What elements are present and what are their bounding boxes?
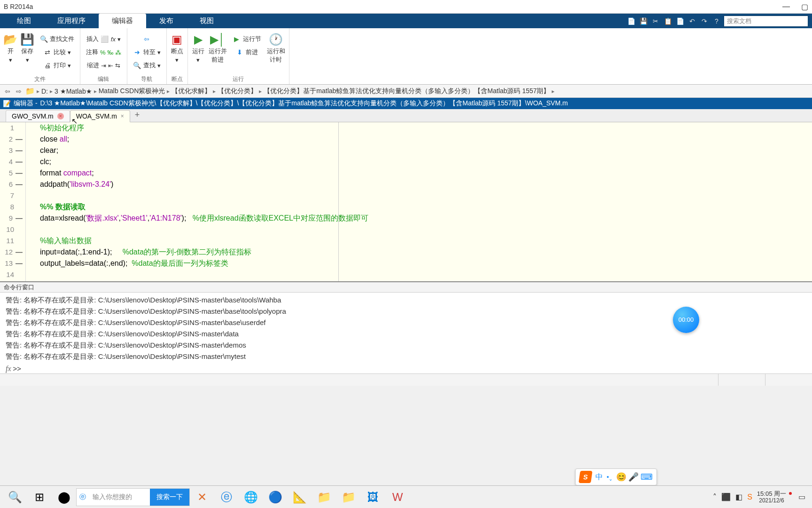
wps-icon[interactable]: W	[385, 487, 410, 507]
maximize-button[interactable]: ▢	[801, 2, 808, 11]
save-button[interactable]: 💾 保存▾	[21, 30, 34, 64]
notifications-icon[interactable]: ▭	[798, 492, 805, 501]
run-button[interactable]: ▶ 运行▾	[192, 30, 205, 64]
comment-button[interactable]: 注释 % ‰ ⁂	[84, 46, 123, 58]
taskbar-search-button[interactable]: 搜索一下	[150, 489, 189, 506]
photos-icon[interactable]: 🖼	[361, 487, 385, 507]
edge-icon[interactable]: ⓔ	[214, 487, 239, 507]
editor-file-path: D:\3 ★Matlab★\Matalb CSDN紫极神光\【优化求解】\【优化…	[40, 99, 568, 108]
qa-undo-icon[interactable]: ↶	[687, 16, 697, 26]
window-title: B R2014a	[4, 3, 782, 10]
run-time-icon: 🕐	[269, 33, 282, 46]
search-docs-input[interactable]: 搜索文档	[724, 16, 808, 27]
add-tab-button[interactable]: +	[130, 108, 145, 122]
goto-menu-button[interactable]: ➜转至 ▾	[131, 46, 163, 58]
cortana-icon[interactable]: 🔵	[263, 487, 288, 507]
group-nav-label: 导航	[131, 74, 163, 84]
tab-publish[interactable]: 发布	[146, 14, 187, 28]
open-button[interactable]: 📂 开▾	[4, 30, 17, 64]
keyboard-icon[interactable]: ⌨	[640, 472, 653, 482]
obs-icon[interactable]: ⬤	[52, 487, 76, 507]
insert-button[interactable]: 插入 ⬜ fx ▾	[85, 33, 123, 45]
find-button[interactable]: 🔍查找 ▾	[131, 59, 163, 71]
print-icon: 🖨	[43, 61, 52, 70]
run-time-button[interactable]: 🕐 运行和 计时	[267, 30, 285, 64]
fx-icon[interactable]: fx	[6, 363, 11, 373]
qa-cut-icon[interactable]: ✂	[650, 16, 661, 26]
sogou-tray-icon[interactable]: S	[747, 493, 752, 501]
find-files-button[interactable]: 🔍查找文件	[38, 33, 76, 45]
app-icon[interactable]: ✕	[190, 487, 214, 507]
task-view-icon[interactable]: ⊞	[27, 487, 52, 507]
sogou-icon: S	[578, 471, 593, 483]
tab-editor[interactable]: 编辑器	[99, 14, 146, 28]
taskbar-search[interactable]: ⓔ 输入你想搜的 搜索一下	[76, 488, 190, 506]
qa-new-icon[interactable]: 📄	[626, 16, 636, 26]
quick-access: 📄 💾 ✂ 📋 📄 ↶ ↷ ? 搜索文档	[626, 14, 812, 28]
open-icon: 📂	[4, 33, 17, 46]
run-section-button[interactable]: ▶运行节	[231, 33, 263, 45]
ime-popup[interactable]: S 中 •ˬ 😊 🎤 ⌨	[575, 468, 657, 485]
cmd-output-line: 警告: 名称不存在或不是目录: C:\Users\lenovo\Desktop\…	[6, 351, 806, 362]
compare-button[interactable]: ⇄比较 ▾	[41, 46, 73, 58]
breakpoint-icon: ▣	[171, 33, 184, 46]
taskbar: 🔍 ⊞ ⬤ ⓔ 输入你想搜的 搜索一下 ✕ ⓔ 🌐 🔵 📐 📁 📁 🖼 W ˄ …	[0, 485, 812, 508]
tab-apps[interactable]: 应用程序	[44, 14, 99, 28]
tab-plot[interactable]: 绘图	[4, 14, 44, 28]
qa-copy-icon[interactable]: 📋	[663, 16, 673, 26]
file-tab-1[interactable]: GWO_SVM.m ×	[6, 110, 70, 122]
ribbon-body: 📂 开▾ 💾 保存▾ 🔍查找文件 ⇄比较 ▾ 🖨打印 ▾ 文件 插入 ⬜ fx …	[0, 28, 812, 85]
explorer-icon[interactable]: 📁	[312, 487, 336, 507]
qa-save-icon[interactable]: 💾	[638, 16, 648, 26]
group-edit-label: 编辑	[84, 74, 123, 84]
command-window-title: 命令行窗口	[0, 282, 812, 293]
command-window[interactable]: 警告: 名称不存在或不是目录: C:\Users\lenovo\Desktop\…	[0, 293, 812, 373]
qa-help-icon[interactable]: ?	[711, 16, 722, 26]
search-icon[interactable]: 🔍	[3, 487, 27, 507]
print-button[interactable]: 🖨打印 ▾	[41, 59, 73, 71]
timer-bubble[interactable]: 00:00	[673, 307, 699, 333]
qa-paste-icon[interactable]: 📄	[675, 16, 685, 26]
editor-titlebar: 📝 编辑器 - D:\3 ★Matlab★\Matalb CSDN紫极神光\【优…	[0, 98, 812, 109]
system-tray: ˄ ⬛ ◧ S 15:05 周一 2021/12/6 ▭	[713, 490, 809, 504]
find-files-icon: 🔍	[39, 35, 48, 43]
emoji-icon[interactable]: 😊	[616, 472, 626, 482]
tray-app-icon[interactable]: ◧	[735, 492, 742, 501]
close-tab-icon[interactable]: ×	[121, 113, 124, 119]
browser-icon[interactable]: 🌐	[239, 487, 263, 507]
mic-icon[interactable]: 🎤	[628, 472, 639, 482]
ribbon-tab-strip: 绘图 应用程序 编辑器 发布 视图 📄 💾 ✂ 📋 📄 ↶ ↷ ? 搜索文档	[0, 14, 812, 28]
tray-clock[interactable]: 15:05 周一 2021/12/6	[757, 490, 786, 504]
run-icon: ▶	[192, 33, 205, 46]
run-advance-button[interactable]: ▶│ 运行并 前进	[209, 30, 227, 64]
tray-up-icon[interactable]: ˄	[713, 492, 717, 501]
window-titlebar: B R2014a — ▢	[0, 0, 812, 14]
cmd-prompt: >>	[13, 363, 22, 373]
fwd-button[interactable]: ⇨	[14, 87, 23, 96]
indent-button[interactable]: 缩进 ⇥ ⇤ ⇆	[85, 59, 122, 71]
editor-icon: 📝	[3, 100, 11, 107]
tab-view[interactable]: 视图	[187, 14, 227, 28]
code-body[interactable]: %初始化程序 close all; clear; clc; format com…	[26, 122, 812, 281]
minimize-button[interactable]: —	[782, 2, 790, 11]
close-tab-icon[interactable]: ×	[57, 113, 64, 119]
save-icon: 💾	[21, 33, 34, 46]
breakpoints-button[interactable]: ▣ 断点▾	[171, 30, 184, 64]
folder-icon[interactable]: 📁	[25, 87, 35, 95]
cmd-output-line: 警告: 名称不存在或不是目录: C:\Users\lenovo\Desktop\…	[6, 294, 806, 306]
matlab-icon[interactable]: 📐	[288, 487, 312, 507]
line-numbers: 1 2— 3— 4— 5— 6— 7 8 9— 10 11 12— 13— 14	[0, 122, 26, 281]
code-editor[interactable]: 1 2— 3— 4— 5— 6— 7 8 9— 10 11 12— 13— 14…	[0, 122, 812, 282]
group-run-label: 运行	[192, 74, 285, 84]
back-button[interactable]: ⇦	[3, 87, 12, 96]
breadcrumb: ⇦ ⇨ 📁 ▸ D:▸ 3 ★Matlab★▸ Matalb CSDN紫极神光▸…	[0, 85, 812, 98]
file-tab-2[interactable]: WOA_SVM.m ×	[70, 110, 130, 122]
tray-app-icon[interactable]: ⬛	[721, 492, 731, 501]
explorer-icon-2[interactable]: 📁	[336, 487, 361, 507]
advance-button[interactable]: ⬇前进	[234, 46, 260, 58]
goto-button[interactable]: ⇦	[141, 33, 153, 45]
file-tabs: GWO_SVM.m × WOA_SVM.m × +	[0, 109, 812, 122]
group-file-label: 文件	[4, 74, 76, 84]
qa-redo-icon[interactable]: ↷	[699, 16, 710, 26]
ie-icon: ⓔ	[77, 493, 89, 501]
